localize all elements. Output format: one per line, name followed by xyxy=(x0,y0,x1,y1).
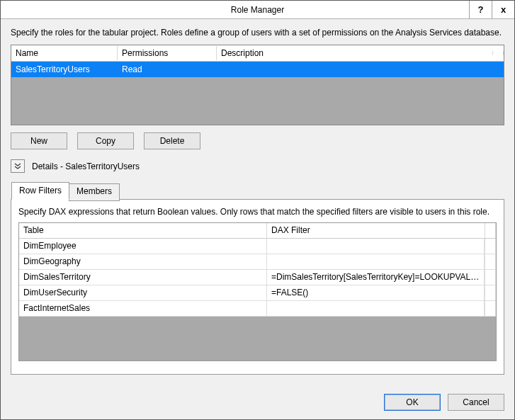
col-header-spacer2 xyxy=(485,223,496,238)
roles-grid[interactable]: Name Permissions Description SalesTerrit… xyxy=(11,45,504,125)
cancel-button[interactable]: Cancel xyxy=(448,394,504,411)
col-header-table[interactable]: Table xyxy=(19,223,267,238)
filter-table-cell[interactable]: DimGeography xyxy=(19,254,267,269)
filter-table-cell[interactable]: DimEmployee xyxy=(19,239,267,254)
ok-button[interactable]: OK xyxy=(384,394,441,411)
filter-dax-cell[interactable] xyxy=(267,239,485,254)
help-button[interactable]: ? xyxy=(469,1,492,18)
filter-dax-cell[interactable]: =FALSE() xyxy=(267,285,485,300)
filter-dax-cell[interactable]: =DimSalesTerritory[SalesTerritoryKey]=LO… xyxy=(267,270,485,285)
filter-dax-cell[interactable] xyxy=(267,254,485,269)
content-area: Specify the roles for the tabular projec… xyxy=(1,19,514,384)
filters-grid-row[interactable]: DimGeography xyxy=(19,254,496,270)
titlebar: Role Manager ? x xyxy=(1,1,514,19)
role-name-cell[interactable]: SalesTerritoryUsers xyxy=(11,62,118,76)
row-filters-pane: Specify DAX expressions that return Bool… xyxy=(11,199,504,375)
tabstrip: Row Filters Members xyxy=(11,182,504,200)
role-manager-window: Role Manager ? x Specify the roles for t… xyxy=(0,0,515,420)
copy-button[interactable]: Copy xyxy=(77,132,134,149)
col-header-dax[interactable]: DAX Filter xyxy=(267,223,485,238)
collapse-details-button[interactable] xyxy=(11,159,25,173)
roles-grid-header: Name Permissions Description xyxy=(11,45,504,62)
window-title: Role Manager xyxy=(1,5,514,15)
dialog-footer: OK Cancel xyxy=(1,384,514,419)
row-filters-intro: Specify DAX expressions that return Bool… xyxy=(18,207,497,217)
filter-dax-cell[interactable] xyxy=(267,301,485,316)
filters-grid-row[interactable]: DimEmployee xyxy=(19,239,496,254)
new-button[interactable]: New xyxy=(11,132,67,149)
filters-grid-row[interactable]: FactInternetSales xyxy=(19,301,496,317)
col-header-description[interactable]: Description xyxy=(217,46,492,60)
role-description-cell[interactable] xyxy=(217,67,504,72)
filter-table-cell[interactable]: DimUserSecurity xyxy=(19,285,267,300)
role-action-buttons: New Copy Delete xyxy=(11,132,504,149)
titlebar-buttons: ? x xyxy=(469,1,514,18)
close-button[interactable]: x xyxy=(492,1,514,18)
col-header-permissions[interactable]: Permissions xyxy=(118,46,217,60)
tab-row-filters[interactable]: Row Filters xyxy=(11,182,69,200)
tab-members[interactable]: Members xyxy=(69,183,120,201)
role-permissions-cell[interactable]: Read xyxy=(118,62,217,76)
filter-table-cell[interactable]: FactInternetSales xyxy=(19,301,267,316)
details-label: Details - SalesTerritoryUsers xyxy=(32,161,140,171)
intro-text: Specify the roles for the tabular projec… xyxy=(11,28,504,38)
filters-grid[interactable]: Table DAX Filter DimEmployee DimGeograph… xyxy=(18,222,497,361)
col-header-name[interactable]: Name xyxy=(11,46,118,60)
roles-grid-row[interactable]: SalesTerritoryUsers Read xyxy=(11,62,504,77)
filters-grid-header: Table DAX Filter xyxy=(19,223,496,239)
filter-table-cell[interactable]: DimSalesTerritory xyxy=(19,270,267,285)
filters-grid-row[interactable]: DimUserSecurity =FALSE() xyxy=(19,285,496,301)
col-header-spacer xyxy=(492,51,504,55)
filters-grid-row[interactable]: DimSalesTerritory =DimSalesTerritory[Sal… xyxy=(19,270,496,285)
delete-button[interactable]: Delete xyxy=(144,132,200,149)
details-row: Details - SalesTerritoryUsers xyxy=(11,159,504,173)
chevron-double-down-icon xyxy=(14,163,21,170)
